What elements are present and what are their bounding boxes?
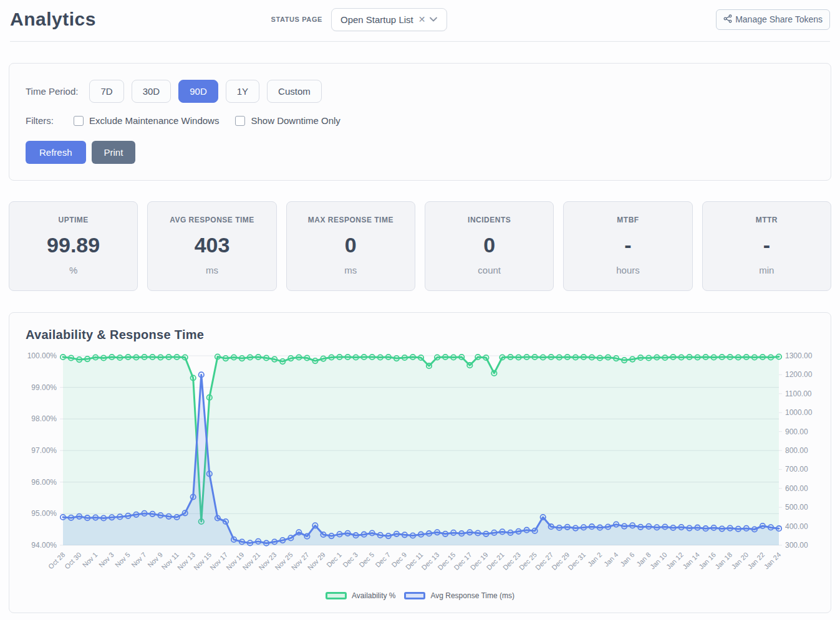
svg-text:Nov 1: Nov 1 — [81, 551, 99, 569]
svg-text:Nov 17: Nov 17 — [208, 551, 229, 571]
time-period-custom[interactable]: Custom — [267, 80, 322, 103]
stat-unit-mttr: min — [709, 265, 824, 275]
page-title: Analytics — [10, 9, 96, 30]
exclude-maintenance-windows-label: Exclude Maintenance Windows — [89, 115, 219, 126]
svg-text:900.00: 900.00 — [785, 427, 808, 436]
stat-label-avg-response-time: AVG RESPONSE TIME — [154, 216, 269, 224]
stat-value-incidents: 0 — [432, 233, 547, 257]
svg-text:Dec 3: Dec 3 — [341, 551, 359, 569]
refresh-button[interactable]: Refresh — [26, 141, 86, 164]
stat-card-avg-response-time: AVG RESPONSE TIME403ms — [147, 201, 276, 291]
svg-text:Nov 27: Nov 27 — [290, 551, 311, 571]
svg-text:1200.00: 1200.00 — [785, 370, 813, 379]
action-buttons-row: Refresh Print — [26, 141, 814, 164]
svg-text:300.00: 300.00 — [785, 541, 808, 550]
svg-text:Dec 31: Dec 31 — [566, 551, 587, 571]
time-period-1y[interactable]: 1Y — [226, 80, 259, 103]
svg-text:Dec 1: Dec 1 — [325, 551, 343, 569]
filter-checkboxes: Exclude Maintenance WindowsShow Downtime… — [74, 115, 340, 126]
svg-text:1000.00: 1000.00 — [785, 408, 813, 417]
svg-text:Jan 22: Jan 22 — [746, 551, 766, 571]
svg-text:97.00%: 97.00% — [31, 446, 57, 455]
chevron-down-icon — [429, 16, 438, 22]
filter-show-downtime-only: Show Downtime Only — [235, 115, 340, 126]
svg-text:Nov 25: Nov 25 — [274, 551, 294, 571]
chart-legend: Availability %Avg Response Time (ms) — [24, 591, 816, 604]
svg-text:1100.00: 1100.00 — [785, 389, 812, 398]
stats-row: UPTIME99.89%AVG RESPONSE TIME403msMAX RE… — [9, 201, 831, 291]
svg-text:Dec 5: Dec 5 — [357, 551, 375, 569]
svg-text:Dec 19: Dec 19 — [469, 551, 490, 571]
svg-text:Jan 24: Jan 24 — [763, 551, 783, 571]
svg-text:Jan 2: Jan 2 — [586, 551, 604, 568]
svg-text:Dec 27: Dec 27 — [534, 551, 554, 571]
svg-text:600.00: 600.00 — [785, 484, 808, 493]
left-axis-labels: 100.00%99.00%98.00%97.00%96.00%95.00%94.… — [27, 351, 57, 550]
svg-text:Nov 3: Nov 3 — [97, 551, 115, 569]
status-page-group: STATUS PAGE Open Startup List ✕ — [271, 8, 448, 31]
svg-text:Nov 19: Nov 19 — [224, 551, 245, 571]
chart-panel: Availability & Response Time 100.00%99.0… — [9, 312, 831, 613]
legend-label-availability-: Availability % — [352, 591, 395, 600]
print-button[interactable]: Print — [92, 141, 136, 164]
filters-label: Filters: — [26, 115, 54, 126]
manage-share-tokens-button[interactable]: Manage Share Tokens — [716, 9, 830, 30]
stat-unit-avg-response-time: ms — [154, 265, 269, 275]
svg-text:Dec 17: Dec 17 — [453, 551, 473, 571]
svg-text:98.00%: 98.00% — [31, 414, 57, 423]
stat-unit-uptime: % — [16, 265, 131, 275]
status-page-label: STATUS PAGE — [271, 16, 322, 23]
stat-label-uptime: UPTIME — [16, 216, 131, 224]
svg-text:Jan 10: Jan 10 — [649, 551, 669, 571]
clear-selection-icon[interactable]: ✕ — [418, 14, 426, 24]
svg-text:Dec 29: Dec 29 — [550, 551, 571, 571]
time-period-label: Time Period: — [26, 86, 78, 97]
svg-text:Nov 5: Nov 5 — [113, 551, 132, 569]
svg-text:400.00: 400.00 — [785, 522, 808, 531]
status-page-select[interactable]: Open Startup List ✕ — [331, 8, 447, 31]
svg-text:94.00%: 94.00% — [31, 541, 57, 550]
time-period-7d[interactable]: 7D — [89, 80, 123, 103]
svg-text:Dec 23: Dec 23 — [501, 551, 522, 571]
right-axis-labels: 1300.001200.001100.001000.00900.00800.00… — [779, 351, 813, 550]
show-downtime-only-checkbox[interactable] — [235, 116, 245, 126]
svg-text:Dec 13: Dec 13 — [420, 551, 440, 571]
svg-text:Jan 4: Jan 4 — [602, 551, 620, 568]
svg-text:Nov 13: Nov 13 — [176, 551, 196, 571]
svg-text:Nov 7: Nov 7 — [130, 551, 148, 569]
svg-text:Jan 20: Jan 20 — [730, 551, 750, 571]
manage-share-tokens-label: Manage Share Tokens — [735, 14, 823, 24]
status-page-selected-value: Open Startup List — [340, 14, 413, 25]
time-period-90d[interactable]: 90D — [178, 80, 218, 103]
time-period-chips: 7D30D90D1YCustom — [89, 80, 321, 103]
filter-panel: Time Period: 7D30D90D1YCustom Filters: E… — [9, 63, 831, 181]
stat-unit-max-response-time: ms — [293, 265, 408, 275]
stat-card-mtbf: MTBF-hours — [563, 201, 692, 291]
svg-text:100.00%: 100.00% — [27, 351, 57, 360]
stat-card-max-response-time: MAX RESPONSE TIME0ms — [286, 201, 415, 291]
stat-card-uptime: UPTIME99.89% — [9, 201, 138, 291]
chart-title: Availability & Response Time — [26, 328, 816, 342]
legend-item-avg-response-time-ms-[interactable]: Avg Response Time (ms) — [404, 591, 514, 600]
svg-text:Jan 14: Jan 14 — [681, 551, 701, 571]
stat-value-uptime: 99.89 — [16, 233, 131, 257]
show-downtime-only-label: Show Downtime Only — [251, 115, 340, 126]
svg-text:Nov 15: Nov 15 — [192, 551, 213, 571]
exclude-maintenance-windows-checkbox[interactable] — [74, 116, 84, 126]
svg-text:Dec 25: Dec 25 — [518, 551, 538, 571]
svg-text:Dec 15: Dec 15 — [436, 551, 456, 571]
svg-text:96.00%: 96.00% — [31, 478, 57, 487]
stat-unit-mtbf: hours — [570, 265, 685, 275]
svg-text:Oct 30: Oct 30 — [63, 551, 82, 570]
svg-text:Nov 23: Nov 23 — [257, 551, 278, 571]
legend-item-availability-[interactable]: Availability % — [326, 591, 395, 600]
stat-card-mttr: MTTR-min — [702, 201, 831, 291]
svg-text:800.00: 800.00 — [785, 446, 808, 455]
stat-value-mttr: - — [709, 233, 824, 257]
availability-response-chart: 100.00%99.00%98.00%97.00%96.00%95.00%94.… — [24, 348, 816, 590]
svg-text:Dec 21: Dec 21 — [485, 551, 506, 571]
svg-text:Nov 29: Nov 29 — [306, 551, 327, 571]
share-icon — [723, 14, 732, 25]
svg-text:95.00%: 95.00% — [31, 509, 57, 518]
time-period-30d[interactable]: 30D — [132, 80, 171, 103]
